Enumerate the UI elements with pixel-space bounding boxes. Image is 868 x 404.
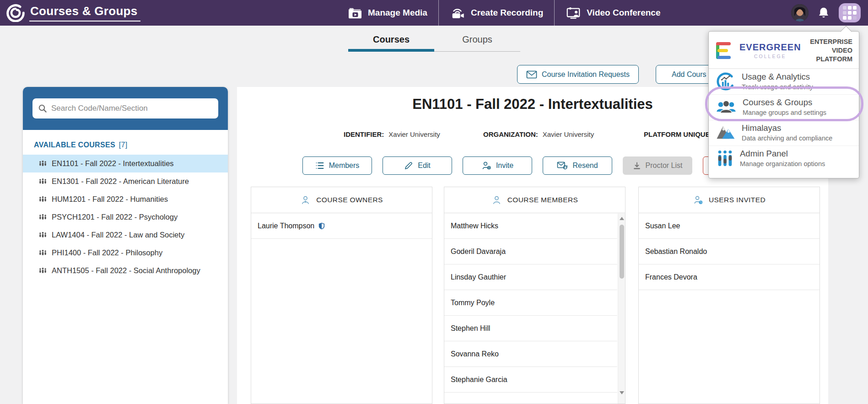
swirl-logo-icon	[6, 4, 25, 22]
owner-name: Laurie Thompson	[258, 222, 314, 230]
envelope-icon	[526, 70, 537, 79]
members-label: Members	[329, 162, 360, 170]
list-icon	[315, 162, 324, 170]
menu-item-title: Courses & Groups	[743, 98, 826, 107]
menu-item-admin-panel[interactable]: Admin Panel Manage organization options	[709, 145, 859, 171]
search-input[interactable]	[51, 104, 213, 113]
notifications-bell-icon[interactable]	[818, 6, 830, 19]
edit-button[interactable]: Edit	[383, 156, 452, 175]
tab-groups[interactable]: Groups	[434, 34, 520, 52]
manage-media-label: Manage Media	[368, 8, 427, 18]
people-trio-icon	[38, 249, 47, 256]
tab-courses[interactable]: Courses	[348, 34, 434, 52]
menu-item-subtitle: Data archiving and compliance	[742, 135, 832, 142]
evergreen-brand: EVERGREEN COLLEGE	[716, 41, 801, 60]
member-name: Matthew Hicks	[451, 222, 498, 230]
members-scrollbar[interactable]	[618, 214, 625, 404]
member-row: Stephen Hill	[444, 316, 617, 341]
sidebar-course-item[interactable]: HUM1201 - Fall 2022 - Humanities	[23, 190, 228, 208]
people-trio-icon	[38, 196, 47, 203]
navbar-actions: Manage Media Create Recording	[337, 0, 671, 26]
course-label: HUM1201 - Fall 2022 - Humanities	[52, 195, 168, 204]
sidebar-course-item[interactable]: PSYCH1201 - Fall 2022 - Psychology	[23, 208, 228, 226]
invited-row: Frances Devora	[639, 264, 819, 290]
tab-bar: Courses Groups	[348, 34, 520, 52]
analytics-donut-icon	[716, 72, 735, 91]
sidebar-course-item[interactable]: LAW1404 - Fall 2022 - Law and Society	[23, 226, 228, 244]
video-conference-button[interactable]: Video Conference	[555, 0, 671, 26]
menu-item-subtitle: Manage groups and settings	[743, 109, 826, 116]
invite-label: Invite	[496, 162, 513, 170]
apps-grid-icon[interactable]	[839, 3, 861, 22]
scroll-up-arrow-icon[interactable]	[620, 217, 624, 220]
menu-item-subtitle: Track usage and activity	[742, 83, 813, 91]
member-name: Stephen Hill	[451, 324, 490, 333]
course-owners-header: COURSE OWNERS	[251, 187, 432, 213]
edit-label: Edit	[418, 162, 431, 170]
sidebar-course-item[interactable]: EN1101 - Fall 2022 - Intertextualities	[23, 155, 228, 172]
sidebar-course-item[interactable]: EN1301 - Fall 2022 - American Literature	[23, 172, 228, 190]
invited-name: Frances Devora	[645, 273, 697, 281]
platform-tagline: ENTERPRISE VIDEO PLATFORM	[801, 38, 852, 64]
member-row: Sovanna Reko	[444, 341, 617, 367]
member-row: Stephanie Garcia	[444, 367, 617, 393]
course-members-title: COURSE MEMBERS	[507, 196, 578, 204]
people-trio-icon	[38, 232, 47, 238]
course-invitation-requests-button[interactable]: Course Invitation Requests	[517, 65, 639, 84]
menu-item-himalayas[interactable]: Himalayas Data archiving and compliance	[709, 120, 859, 145]
create-recording-button[interactable]: Create Recording	[438, 0, 555, 26]
course-members-header: COURSE MEMBERS	[444, 187, 625, 213]
resend-label: Resend	[572, 162, 598, 170]
member-name: Stephanie Garcia	[451, 376, 507, 384]
course-label: PHI1400 - Fall 2022 - Philosophy	[52, 248, 162, 257]
resend-button[interactable]: Resend	[543, 156, 612, 175]
people-trio-icon	[38, 267, 47, 274]
page-title: Courses & Groups	[29, 4, 140, 22]
evergreen-logo-icon	[716, 41, 734, 60]
folder-play-icon	[348, 6, 362, 19]
available-courses-count: [7]	[119, 141, 128, 149]
courses-sidebar: AVAILABLE COURSES[7] EN1101 - Fall 2022 …	[23, 87, 228, 404]
menu-item-usage-analytics[interactable]: Usage & Analytics Track usage and activi…	[709, 69, 859, 94]
member-row: Goderil Davaraja	[444, 239, 617, 264]
course-invitation-requests-label: Course Invitation Requests	[542, 70, 630, 79]
user-avatar[interactable]	[791, 4, 809, 22]
invited-name: Sebastian Ronaldo	[645, 248, 707, 256]
download-icon	[633, 162, 641, 170]
sidebar-course-item[interactable]: ANTH1505 - Fall 2022 - Social Anthropolo…	[23, 262, 228, 280]
proctor-list-button[interactable]: Proctor List	[623, 156, 692, 175]
course-owners-title: COURSE OWNERS	[316, 196, 383, 204]
menu-item-title: Admin Panel	[740, 149, 825, 158]
add-course-label: Add Cours	[672, 70, 706, 79]
invite-button[interactable]: Invite	[463, 156, 532, 175]
member-name: Goderil Davaraja	[451, 248, 506, 256]
course-label: ANTH1505 - Fall 2022 - Social Anthropolo…	[52, 266, 200, 275]
invited-row: Sebastian Ronaldo	[639, 239, 819, 264]
scroll-down-arrow-icon[interactable]	[620, 391, 624, 394]
scrollbar-thumb[interactable]	[620, 225, 624, 279]
menu-item-subtitle: Manage organization options	[740, 160, 825, 167]
member-name: Sovanna Reko	[451, 350, 499, 358]
manage-media-button[interactable]: Manage Media	[337, 0, 438, 26]
top-navbar: Courses & Groups Manage Media	[0, 0, 868, 26]
course-actions: Members Edit Invite	[302, 156, 772, 175]
person-add-icon	[693, 195, 703, 205]
sliders-icon	[716, 150, 733, 167]
person-icon	[491, 195, 502, 205]
sidebar-course-item[interactable]: PHI1400 - Fall 2022 - Philosophy	[23, 244, 228, 262]
video-conference-label: Video Conference	[587, 8, 660, 18]
platform-unique-label: PLATFORM UNIQUE	[644, 130, 710, 138]
platform-unique-field: PLATFORM UNIQUE	[644, 130, 715, 138]
users-invited-column: USERS INVITED Susan Lee Sebastian Ronald…	[638, 187, 820, 404]
app-brand[interactable]: Courses & Groups	[6, 4, 140, 22]
organization-field: ORGANIZATION:Xavier University	[483, 130, 594, 138]
members-button[interactable]: Members	[302, 156, 372, 175]
people-trio-icon	[38, 160, 47, 167]
member-name: Linsday Gauthier	[451, 273, 506, 281]
available-courses-heading: AVAILABLE COURSES[7]	[34, 141, 228, 149]
people-group-icon	[716, 98, 736, 116]
member-row: Tommy Poyle	[444, 290, 617, 316]
sidebar-search-header	[23, 87, 228, 130]
menu-item-courses-groups[interactable]: Courses & Groups Manage groups and setti…	[709, 94, 859, 120]
course-label: EN1101 - Fall 2022 - Intertextualities	[52, 159, 174, 168]
